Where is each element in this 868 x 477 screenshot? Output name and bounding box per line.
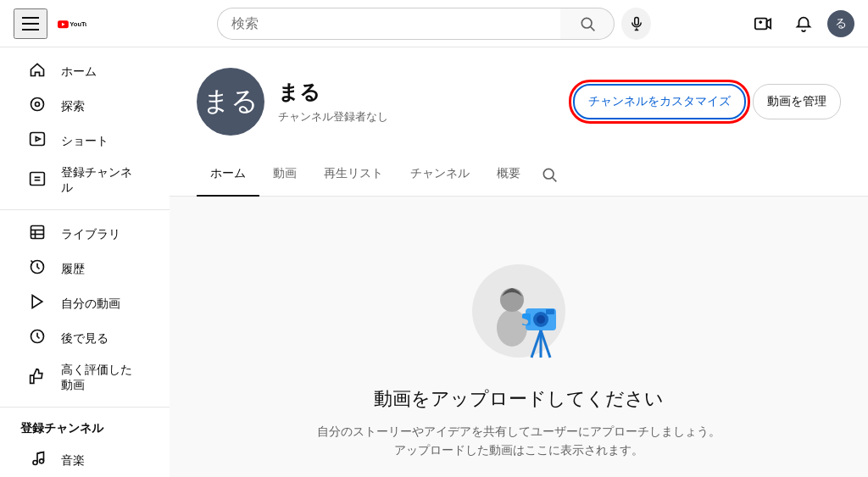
sidebar-item-library[interactable]: ライブラリ bbox=[7, 217, 163, 252]
channel-name: まる bbox=[278, 79, 388, 106]
sidebar: ホーム 探索 ショート 登録チャンネル ライブラリ 履歴 自 bbox=[0, 47, 170, 477]
svg-point-4 bbox=[581, 18, 592, 28]
svg-line-47 bbox=[553, 178, 557, 182]
svg-point-13 bbox=[31, 98, 44, 111]
sidebar-item-liked[interactable]: 高く評価した動画 bbox=[7, 356, 163, 400]
svg-point-54 bbox=[537, 315, 545, 324]
tab-playlists[interactable]: 再生リスト bbox=[310, 156, 397, 197]
sidebar-item-music[interactable]: 音楽 bbox=[7, 443, 163, 477]
svg-point-46 bbox=[543, 169, 554, 179]
svg-point-14 bbox=[36, 103, 40, 107]
svg-rect-15 bbox=[31, 133, 45, 146]
tab-home[interactable]: ホーム bbox=[197, 156, 259, 197]
menu-button[interactable] bbox=[14, 8, 47, 39]
channel-subscribers: チャンネル登録者なし bbox=[278, 109, 388, 125]
search-form bbox=[217, 8, 615, 40]
tab-about[interactable]: 概要 bbox=[483, 156, 534, 197]
sidebar-label: 履歴 bbox=[61, 262, 85, 277]
tab-channels[interactable]: チャンネル bbox=[397, 156, 483, 197]
my-videos-icon bbox=[27, 293, 47, 314]
library-icon bbox=[27, 224, 47, 245]
channel-avatar: まる bbox=[197, 68, 264, 136]
sidebar-item-watch-later[interactable]: 後で見る bbox=[7, 321, 163, 356]
sidebar-item-explore[interactable]: 探索 bbox=[7, 89, 163, 124]
svg-marker-24 bbox=[32, 296, 42, 308]
manage-videos-button[interactable]: 動画を管理 bbox=[753, 84, 841, 119]
channel-tabs: ホーム 動画 再生リスト チャンネル 概要 bbox=[197, 156, 841, 196]
svg-rect-16 bbox=[31, 172, 45, 185]
svg-line-28 bbox=[37, 452, 44, 454]
create-button[interactable] bbox=[746, 7, 780, 41]
svg-rect-55 bbox=[546, 309, 554, 314]
nav-right: る bbox=[651, 7, 854, 41]
sidebar-label: 自分の動画 bbox=[61, 297, 120, 312]
bell-icon bbox=[794, 14, 813, 33]
sidebar-label: 後で見る bbox=[61, 331, 108, 347]
youtube-icon: YouTube JP bbox=[58, 14, 86, 34]
sidebar-label: 探索 bbox=[61, 99, 85, 114]
svg-marker-10 bbox=[767, 19, 771, 28]
sidebar-label: ショート bbox=[61, 134, 108, 149]
empty-title: 動画をアップロードしてください bbox=[374, 386, 664, 412]
mic-button[interactable] bbox=[621, 8, 651, 40]
sidebar-label: 登録チャンネル bbox=[61, 165, 142, 196]
youtube-logo[interactable]: YouTube JP bbox=[58, 14, 86, 34]
search-icon bbox=[579, 15, 596, 32]
empty-description: 自分のストーリーやアイデアを共有してユーザーにアプローチしましょう。アップロード… bbox=[317, 422, 721, 460]
nav-center bbox=[217, 8, 651, 40]
divider bbox=[0, 209, 170, 210]
search-tab-icon bbox=[541, 166, 558, 183]
search-input[interactable] bbox=[217, 8, 560, 40]
clock-icon bbox=[27, 328, 47, 349]
sidebar-label: 高く評価した動画 bbox=[61, 363, 142, 393]
illustration-svg bbox=[451, 247, 587, 366]
create-icon bbox=[754, 14, 772, 33]
sidebar-item-my-videos[interactable]: 自分の動画 bbox=[7, 286, 163, 321]
music-icon bbox=[27, 450, 47, 471]
sidebar-label: ホーム bbox=[61, 64, 97, 80]
customize-channel-button[interactable]: チャンネルをカスタマイズ bbox=[573, 84, 746, 119]
sidebar-label: ライブラリ bbox=[61, 227, 120, 242]
user-avatar-button[interactable]: る bbox=[827, 10, 854, 37]
channel-identity: まる まる チャンネル登録者なし bbox=[197, 68, 388, 136]
section-title-subscriptions: 登録チャンネル bbox=[0, 414, 170, 443]
svg-line-5 bbox=[590, 26, 594, 31]
upload-illustration bbox=[451, 247, 587, 366]
svg-text:YouTube: YouTube bbox=[70, 20, 86, 28]
notifications-button[interactable] bbox=[787, 7, 821, 41]
main-content: まる まる チャンネル登録者なし チャンネルをカスタマイズ 動画を管理 ホーム … bbox=[170, 47, 868, 477]
empty-state: 動画をアップロードしてください 自分のストーリーやアイデアを共有してユーザーにア… bbox=[170, 197, 868, 477]
tab-videos[interactable]: 動画 bbox=[259, 156, 310, 197]
sidebar-item-subscriptions[interactable]: 登録チャンネル bbox=[7, 158, 163, 202]
svg-rect-19 bbox=[31, 226, 44, 239]
nav-left: YouTube JP bbox=[14, 8, 217, 39]
channel-header: まる まる チャンネル登録者なし チャンネルをカスタマイズ 動画を管理 ホーム … bbox=[170, 47, 868, 197]
sidebar-item-history[interactable]: 履歴 bbox=[7, 252, 163, 286]
mic-icon bbox=[629, 16, 644, 31]
tab-search[interactable] bbox=[534, 156, 565, 196]
channel-info-row: まる まる チャンネル登録者なし チャンネルをカスタマイズ 動画を管理 bbox=[197, 68, 841, 149]
divider bbox=[0, 407, 170, 408]
top-navigation: YouTube JP bbox=[0, 0, 868, 47]
thumbsup-icon bbox=[27, 368, 47, 389]
channel-actions: チャンネルをカスタマイズ 動画を管理 bbox=[573, 84, 841, 119]
home-icon bbox=[27, 61, 47, 82]
channel-details: まる チャンネル登録者なし bbox=[278, 79, 388, 125]
search-button[interactable] bbox=[560, 8, 615, 40]
sidebar-item-shorts[interactable]: ショート bbox=[7, 124, 163, 158]
shorts-icon bbox=[27, 130, 47, 152]
sidebar-label: 音楽 bbox=[61, 453, 85, 469]
explore-icon bbox=[27, 96, 47, 117]
svg-rect-6 bbox=[634, 17, 638, 25]
subscriptions-icon bbox=[27, 170, 47, 191]
sidebar-item-home[interactable]: ホーム bbox=[7, 54, 163, 89]
history-icon bbox=[27, 258, 47, 280]
